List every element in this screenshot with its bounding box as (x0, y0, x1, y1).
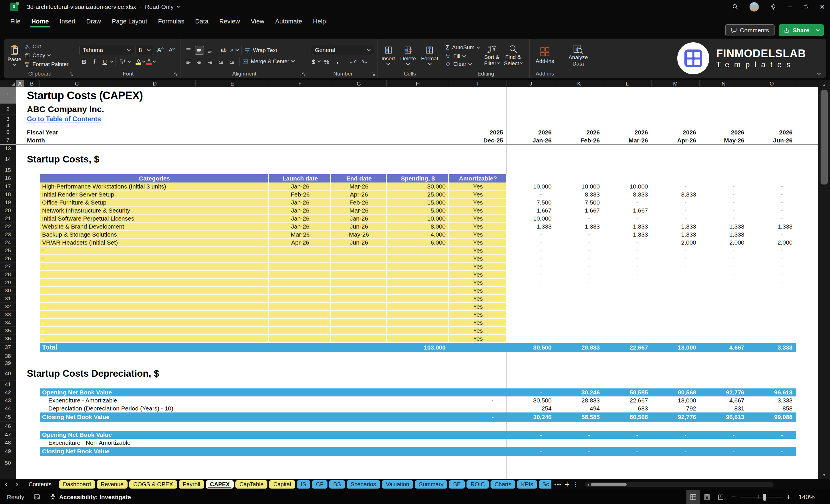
cell-end-date[interactable]: Apr-26 (331, 190, 387, 198)
cell-month-value[interactable]: 858 (748, 405, 796, 412)
format-painter-button[interactable]: Format Painter (24, 61, 69, 67)
column-header[interactable]: E (196, 81, 269, 87)
fiscal-year-cell[interactable]: 2026 (748, 128, 796, 136)
toc-link[interactable]: Go to Table of Contents (27, 115, 101, 123)
cell-month-value[interactable]: 1,333 (507, 223, 555, 230)
row-header[interactable]: 40 (0, 367, 16, 381)
cell-month-value[interactable]: - (748, 295, 796, 303)
cell-month-value[interactable]: 58,585 (555, 412, 604, 421)
cell-amortizable[interactable]: Yes (449, 262, 507, 271)
cell-month-value[interactable]: - (555, 239, 604, 247)
cell-launch-date[interactable]: Apr-26 (269, 239, 331, 247)
fiscal-year-label-cell[interactable]: Fiscal Year (24, 128, 269, 136)
cell-month-value[interactable]: - (555, 327, 604, 335)
cell-amortizable[interactable]: Yes (449, 319, 507, 327)
row-header[interactable]: 43 (0, 397, 16, 405)
cell-month-value[interactable]: 1,333 (651, 223, 700, 230)
align-bottom-icon[interactable] (205, 46, 215, 55)
row-header[interactable]: 26 (0, 255, 16, 262)
cell-amortizable[interactable]: Yes (449, 223, 507, 230)
cell-dec-value[interactable]: - (449, 412, 507, 421)
month-cell[interactable]: Feb-26 (555, 136, 604, 144)
cell-end-date[interactable] (331, 319, 387, 327)
fiscal-year-cell[interactable]: 2026 (603, 128, 651, 136)
row-header[interactable]: 3 (0, 115, 16, 123)
cell-month-value[interactable]: 1,667 (507, 207, 555, 215)
row-header[interactable]: 44 (0, 405, 16, 412)
sheet-tab[interactable]: Scenarios (347, 480, 380, 489)
cell-label[interactable]: Opening Net Book Value (40, 388, 269, 397)
cell-month-value[interactable]: - (507, 279, 555, 287)
italic-button[interactable]: I (90, 58, 99, 66)
cell-month-value[interactable]: - (748, 287, 796, 295)
cell-month-value[interactable]: - (651, 279, 700, 287)
percent-style-icon[interactable]: % (322, 58, 331, 66)
cell-month-value[interactable]: - (603, 311, 651, 319)
cell-month-value[interactable]: - (748, 311, 796, 319)
cell-month-value[interactable]: - (748, 319, 796, 327)
font-size-select[interactable]: 8 (135, 46, 153, 55)
row-header[interactable]: 34 (0, 319, 16, 327)
merge-center-button[interactable]: Merge & Center (243, 58, 294, 65)
cell-month-value[interactable]: 1,333 (700, 230, 748, 239)
sheet-tab[interactable]: Summary (415, 480, 448, 489)
add-sheet-icon[interactable]: + (565, 480, 570, 489)
cell-month-value[interactable]: - (507, 439, 555, 447)
cell-month-value[interactable]: - (507, 311, 555, 319)
cell-month-value[interactable]: 2,000 (700, 239, 748, 247)
cell-month-value[interactable]: 1,333 (603, 230, 651, 239)
cell-category[interactable]: - (40, 262, 269, 271)
cell-month-value[interactable]: - (651, 303, 700, 311)
scroll-up-icon[interactable]: ▴ (818, 82, 830, 87)
cell-month-value[interactable]: 80,568 (603, 412, 651, 421)
column-header[interactable]: O (748, 81, 796, 87)
sheet-tab[interactable]: COGS & OPEX (129, 480, 177, 489)
cell-month-value[interactable]: 92,776 (651, 412, 700, 421)
cell-month-value[interactable]: 1,333 (700, 223, 748, 230)
cell-launch-date[interactable] (269, 255, 331, 262)
cell-month-value[interactable]: - (603, 239, 651, 247)
sheet-tab[interactable]: Contents (23, 480, 57, 489)
cell-month-value[interactable]: 30,500 (507, 397, 555, 405)
column-header[interactable]: A (16, 81, 24, 87)
row-header[interactable]: 28 (0, 271, 16, 279)
number-format-select[interactable]: General (312, 46, 373, 55)
cell-month-value[interactable]: 58,585 (603, 388, 651, 397)
cell-month-value[interactable]: 96,613 (700, 412, 748, 421)
zoom-in-icon[interactable]: + (783, 493, 795, 501)
vertical-scroll-thumb[interactable] (821, 90, 828, 185)
menu-tab[interactable]: Data (190, 15, 213, 28)
row-header[interactable]: 15 (0, 166, 16, 174)
increase-indent-icon[interactable] (227, 57, 236, 66)
header-categories[interactable]: Categories (40, 174, 269, 183)
cell-label[interactable]: Expenditure - Amortizable (40, 397, 269, 405)
total-month-cell[interactable]: 30,500 (507, 343, 555, 352)
underline-button[interactable]: U (100, 58, 109, 66)
cell-month-value[interactable]: - (555, 247, 604, 255)
dialog-launcher-icon[interactable] (302, 72, 306, 76)
cell-month-value[interactable]: - (748, 255, 796, 262)
wrap-text-button[interactable]: Wrap Text (245, 47, 277, 54)
row-header[interactable]: 37 (0, 343, 16, 352)
row-header[interactable]: 50 (0, 456, 16, 479)
cell-month-value[interactable]: - (555, 303, 604, 311)
zoom-level[interactable]: 140% (799, 494, 825, 501)
cell-month-value[interactable]: - (507, 303, 555, 311)
avatar[interactable] (749, 2, 759, 12)
cell-launch-date[interactable] (269, 335, 331, 343)
cell-month-value[interactable]: - (700, 287, 748, 295)
cell-amortizable[interactable]: Yes (449, 230, 507, 239)
cell-month-value[interactable]: - (651, 271, 700, 279)
share-button[interactable]: Share (779, 24, 824, 36)
scroll-down-icon[interactable]: ▾ (818, 472, 830, 477)
sheet-tab[interactable]: Valuation (382, 480, 413, 489)
copy-button[interactable]: Copy (24, 52, 69, 59)
cell-month-value[interactable]: - (603, 287, 651, 295)
menu-tab[interactable]: Review (214, 15, 245, 28)
menu-tab[interactable]: Page Layout (107, 15, 153, 28)
cell-month-value[interactable]: - (700, 198, 748, 207)
cell-month-value[interactable]: - (651, 327, 700, 335)
row-header[interactable]: 25 (0, 247, 16, 255)
cell-month-value[interactable]: - (603, 198, 651, 207)
cell-end-date[interactable] (331, 335, 387, 343)
